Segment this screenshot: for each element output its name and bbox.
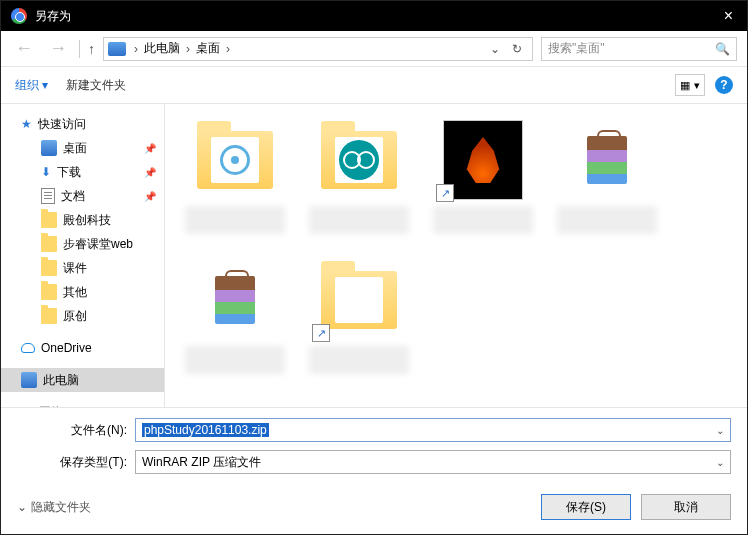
pin-icon: 📌 [144, 167, 156, 178]
chevron-down-icon[interactable]: ⌄ [716, 457, 724, 468]
star-icon: ★ [21, 117, 32, 131]
flame-icon [465, 137, 501, 183]
dialog-title: 另存为 [35, 8, 720, 25]
sidebar-item-network[interactable]: 🖧网络 [1, 400, 164, 407]
close-button[interactable]: × [720, 7, 737, 25]
forward-button[interactable]: → [45, 38, 71, 59]
save-as-dialog: 另存为 × ← → ↑ › 此电脑 › 桌面 › ⌄ ↻ 搜索"桌面" 🔍 组织… [0, 0, 748, 535]
pc-icon [108, 42, 126, 56]
chevron-down-icon: ⌄ [17, 500, 27, 514]
path-dropdown[interactable]: ⌄ [484, 42, 506, 56]
folder-icon [41, 308, 57, 324]
pin-icon: 📌 [144, 143, 156, 154]
sidebar-item-folder[interactable]: 其他 [1, 280, 164, 304]
sidebar-item-folder[interactable]: 原创 [1, 304, 164, 328]
desktop-icon [41, 140, 57, 156]
refresh-button[interactable]: ↻ [506, 42, 528, 56]
filetype-select[interactable]: WinRAR ZIP 压缩文件 ⌄ [135, 450, 731, 474]
file-label-blurred [557, 206, 657, 234]
file-item[interactable] [175, 254, 295, 384]
crumb-thispc[interactable]: 此电脑 [140, 40, 184, 57]
onedrive-icon [21, 343, 35, 353]
titlebar: 另存为 × [1, 1, 747, 31]
save-button[interactable]: 保存(S) [541, 494, 631, 520]
search-placeholder: 搜索"桌面" [548, 40, 605, 57]
back-button[interactable]: ← [11, 38, 37, 59]
file-list[interactable]: ↗ ↗ [165, 104, 747, 407]
rar-icon [587, 136, 627, 184]
file-label-blurred [185, 346, 285, 374]
file-label-blurred [433, 206, 533, 234]
sidebar-item-downloads[interactable]: ⬇下载📌 [1, 160, 164, 184]
chevron-down-icon[interactable]: ⌄ [716, 425, 724, 436]
sidebar-item-documents[interactable]: 文档📌 [1, 184, 164, 208]
shortcut-icon: ↗ [312, 324, 330, 342]
sidebar-item-folder[interactable]: 步睿课堂web [1, 232, 164, 256]
file-label-blurred [185, 206, 285, 234]
sidebar-item-desktop[interactable]: 桌面📌 [1, 136, 164, 160]
filename-value: phpStudy20161103.zip [142, 423, 269, 437]
crumb-sep: › [184, 42, 192, 56]
download-icon: ⬇ [41, 165, 51, 179]
sidebar-item-onedrive[interactable]: OneDrive [1, 336, 164, 360]
folder-icon [41, 284, 57, 300]
media-icon [220, 145, 250, 175]
file-item[interactable]: ↗ [423, 114, 543, 244]
pin-icon: 📌 [144, 191, 156, 202]
file-item[interactable]: ↗ [299, 254, 419, 384]
crumb-desktop[interactable]: 桌面 [192, 40, 224, 57]
document-icon [41, 188, 55, 204]
file-item[interactable] [299, 114, 419, 244]
search-input[interactable]: 搜索"桌面" 🔍 [541, 37, 737, 61]
pc-icon [21, 372, 37, 388]
folder-icon [41, 236, 57, 252]
filename-input[interactable]: phpStudy20161103.zip ⌄ [135, 418, 731, 442]
sidebar-item-folder[interactable]: 课件 [1, 256, 164, 280]
folder-icon [41, 260, 57, 276]
chrome-icon [11, 8, 27, 24]
navigation-row: ← → ↑ › 此电脑 › 桌面 › ⌄ ↻ 搜索"桌面" 🔍 [1, 31, 747, 67]
nav-separator [79, 40, 80, 58]
breadcrumb[interactable]: › 此电脑 › 桌面 › ⌄ ↻ [103, 37, 533, 61]
dialog-body: ★快速访问 桌面📌 ⬇下载📌 文档📌 殿创科技 步睿课堂web 课件 其他 原创… [1, 103, 747, 407]
filename-section: 文件名(N): phpStudy20161103.zip ⌄ 保存类型(T): … [1, 407, 747, 484]
organize-menu[interactable]: 组织 ▾ [15, 77, 48, 94]
sidebar-item-thispc[interactable]: 此电脑 [1, 368, 164, 392]
file-label-blurred [309, 346, 409, 374]
shortcut-icon: ↗ [436, 184, 454, 202]
arduino-icon [339, 140, 379, 180]
crumb-sep: › [132, 42, 140, 56]
sidebar-item-quick-access[interactable]: ★快速访问 [1, 112, 164, 136]
help-button[interactable]: ? [715, 76, 733, 94]
search-icon[interactable]: 🔍 [715, 42, 730, 56]
filetype-label: 保存类型(T): [17, 454, 127, 471]
file-item[interactable] [547, 114, 667, 244]
folder-icon [41, 212, 57, 228]
rar-icon [215, 276, 255, 324]
file-item[interactable] [175, 114, 295, 244]
filename-label: 文件名(N): [17, 422, 127, 439]
footer: ⌄隐藏文件夹 保存(S) 取消 [1, 484, 747, 534]
crumb-sep: › [224, 42, 232, 56]
up-button[interactable]: ↑ [88, 41, 95, 57]
toolbar: 组织 ▾ 新建文件夹 ▦ ▾ ? [1, 67, 747, 103]
hide-folders-toggle[interactable]: ⌄隐藏文件夹 [17, 499, 91, 516]
filetype-value: WinRAR ZIP 压缩文件 [142, 454, 261, 471]
cancel-button[interactable]: 取消 [641, 494, 731, 520]
new-folder-button[interactable]: 新建文件夹 [66, 77, 126, 94]
sidebar-item-folder[interactable]: 殿创科技 [1, 208, 164, 232]
file-label-blurred [309, 206, 409, 234]
view-mode-button[interactable]: ▦ ▾ [675, 74, 705, 96]
sidebar: ★快速访问 桌面📌 ⬇下载📌 文档📌 殿创科技 步睿课堂web 课件 其他 原创… [1, 104, 165, 407]
